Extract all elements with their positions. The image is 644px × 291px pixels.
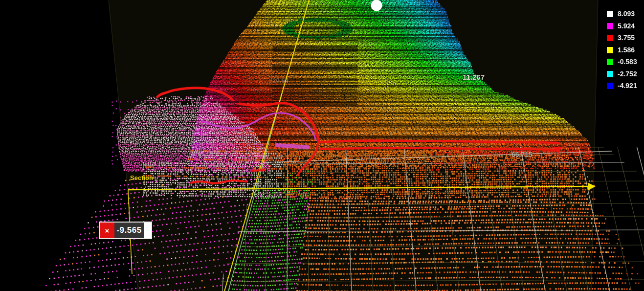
legend-color-swatch [607, 83, 613, 89]
distance-label-faint: -20.64 [270, 77, 289, 84]
legend-color-swatch [607, 35, 613, 41]
legend-value-label: 3.755 [618, 35, 635, 41]
legend-item: 1.586 [607, 47, 637, 53]
legend-item: 8.093 [607, 11, 637, 17]
legend-color-swatch [607, 71, 613, 77]
legend-item: 5.924 [607, 23, 637, 29]
legend-value-label: 8.093 [618, 11, 635, 17]
legend-value-label: 1.586 [618, 47, 635, 53]
legend-item: -2.752 [607, 71, 637, 77]
legend-color-swatch [607, 23, 613, 29]
elevation-swatch [144, 223, 151, 238]
legend-color-swatch [607, 59, 613, 65]
3d-viewport[interactable]: Section 11.267 66.715 -20.64 × -9.565 8.… [0, 0, 644, 291]
legend-item: 3.755 [607, 35, 637, 41]
point-cloud-canvas[interactable] [0, 0, 644, 291]
legend-color-swatch [607, 11, 613, 17]
legend-item: -0.583 [607, 59, 637, 65]
legend-value-label: -0.583 [618, 59, 637, 65]
elevation-label-widget[interactable]: × -9.565 [100, 223, 151, 238]
legend-value-label: -2.752 [618, 71, 637, 77]
legend-item: -4.921 [607, 83, 637, 89]
legend-value-label: 5.924 [618, 23, 635, 29]
close-icon[interactable]: × [100, 223, 114, 238]
section-label: Section [130, 174, 153, 181]
legend-value-label: -4.921 [618, 83, 637, 89]
distance-label-mid: 66.715 [511, 151, 533, 158]
distance-label-far: 11.267 [463, 73, 485, 81]
elevation-legend: 8.0935.9243.7551.586-0.583-2.752-4.921 [607, 11, 637, 95]
legend-color-swatch [607, 47, 613, 53]
elevation-value: -9.565 [114, 223, 144, 238]
